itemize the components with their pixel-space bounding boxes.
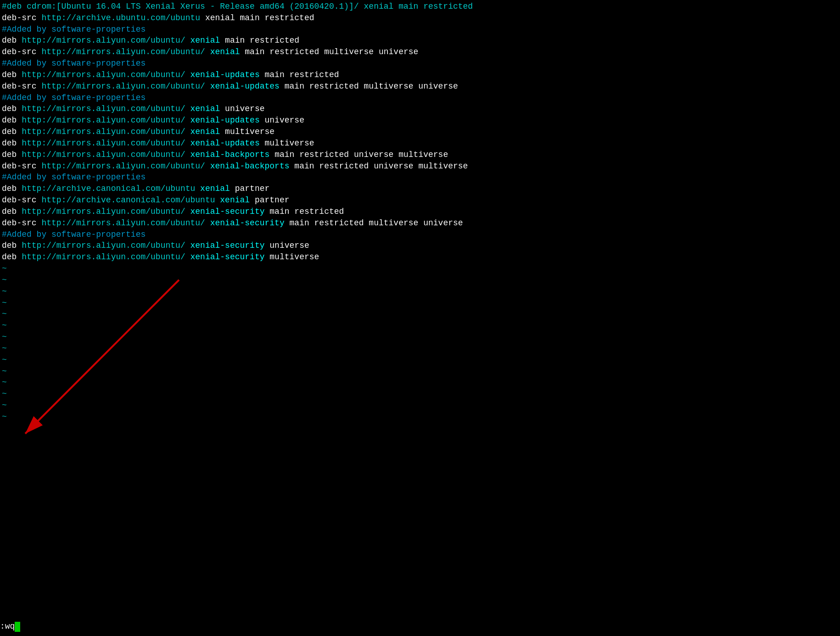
tilde-11: ~ — [2, 377, 838, 388]
line6-comment: #Added by software-properties — [2, 59, 146, 68]
terminal-line-12: deb http://mirrors.aliyun.com/ubuntu/ xe… — [2, 126, 838, 138]
line22-url: http://mirrors.aliyun.com/ubuntu/ — [22, 241, 185, 250]
line12-url: http://mirrors.aliyun.com/ubuntu/ — [22, 127, 185, 136]
line4-deb: deb — [2, 36, 22, 45]
line7-url: http://mirrors.aliyun.com/ubuntu/ — [22, 70, 185, 79]
line22-dist: xenial-security — [185, 241, 265, 250]
line15-url: http://mirrors.aliyun.com/ubuntu/ — [41, 162, 205, 171]
terminal-line-1: #deb cdrom:[Ubuntu 16.04 LTS Xenial Xeru… — [2, 1, 838, 12]
line13-rest: multiverse — [260, 139, 314, 148]
line14-dist: xenial-backports — [185, 150, 270, 159]
line4-dist: xenial — [185, 36, 220, 45]
tilde-14: ~ — [2, 411, 838, 423]
line21-comment: #Added by software-properties — [2, 230, 146, 239]
line5-rest: main restricted multiverse universe — [240, 47, 419, 56]
terminal-line-6: #Added by software-properties — [2, 58, 838, 69]
terminal-line-4: deb http://mirrors.aliyun.com/ubuntu/ xe… — [2, 35, 838, 46]
terminal-line-15: deb-src http://mirrors.aliyun.com/ubuntu… — [2, 161, 838, 172]
tilde-12: ~ — [2, 388, 838, 400]
line23-rest: multiverse — [265, 252, 319, 262]
line15-dist: xenial-backports — [205, 162, 290, 171]
line1-text: #deb cdrom:[Ubuntu 16.04 LTS Xenial Xeru… — [2, 2, 473, 11]
tilde-3: ~ — [2, 286, 838, 297]
tilde-13: ~ — [2, 400, 838, 411]
line10-rest: universe — [220, 104, 264, 113]
vim-cursor — [15, 622, 20, 632]
terminal-line-22: deb http://mirrors.aliyun.com/ubuntu/ xe… — [2, 240, 838, 251]
line11-rest: universe — [260, 116, 304, 125]
terminal-line-14: deb http://mirrors.aliyun.com/ubuntu/ xe… — [2, 149, 838, 161]
line18-debsrc: deb-src — [2, 195, 41, 205]
vim-command-line: :wq — [0, 621, 20, 632]
line18-url: http://archive.canonical.com/ubuntu — [41, 195, 215, 205]
line19-deb: deb — [2, 207, 22, 216]
vim-command-text: :wq — [0, 621, 15, 632]
tilde-6: ~ — [2, 320, 838, 331]
terminal-line-3: #Added by software-properties — [2, 24, 838, 35]
terminal-line-11: deb http://mirrors.aliyun.com/ubuntu/ xe… — [2, 115, 838, 126]
terminal-line-16: #Added by software-properties — [2, 172, 838, 183]
line23-deb: deb — [2, 252, 22, 262]
line11-deb: deb — [2, 116, 22, 125]
line8-url: http://mirrors.aliyun.com/ubuntu/ — [41, 82, 205, 91]
tilde-5: ~ — [2, 308, 838, 320]
terminal-line-17: deb http://archive.canonical.com/ubuntu … — [2, 183, 838, 195]
line3-comment: #Added by software-properties — [2, 25, 146, 34]
line8-dist: xenial-updates — [205, 82, 280, 91]
terminal-line-7: deb http://mirrors.aliyun.com/ubuntu/ xe… — [2, 69, 838, 81]
line15-rest: main restricted universe multiverse — [290, 162, 468, 171]
line2-url: http://archive.ubuntu.com/ubuntu — [41, 13, 200, 22]
line12-dist: xenial — [185, 127, 220, 136]
terminal-line-18: deb-src http://archive.canonical.com/ubu… — [2, 195, 838, 206]
line2-rest: xenial main restricted — [200, 13, 314, 22]
line13-url: http://mirrors.aliyun.com/ubuntu/ — [22, 139, 185, 148]
line12-deb: deb — [2, 127, 22, 136]
line13-dist: xenial-updates — [185, 139, 260, 148]
line7-deb: deb — [2, 70, 22, 79]
line19-url: http://mirrors.aliyun.com/ubuntu/ — [22, 207, 185, 216]
line23-dist: xenial-security — [185, 252, 265, 262]
line11-dist: xenial-updates — [185, 116, 260, 125]
line22-rest: universe — [265, 241, 309, 250]
terminal-line-23: deb http://mirrors.aliyun.com/ubuntu/ xe… — [2, 251, 838, 263]
tilde-4: ~ — [2, 297, 838, 309]
terminal-line-2: deb-src http://archive.ubuntu.com/ubuntu… — [2, 12, 838, 24]
line20-url: http://mirrors.aliyun.com/ubuntu/ — [41, 218, 205, 228]
line20-rest: main restricted multiverse universe — [285, 218, 463, 228]
terminal-line-13: deb http://mirrors.aliyun.com/ubuntu/ xe… — [2, 138, 838, 149]
line19-rest: main restricted — [265, 207, 344, 216]
terminal-line-5: deb-src http://mirrors.aliyun.com/ubuntu… — [2, 46, 838, 58]
line15-debsrc: deb-src — [2, 162, 41, 171]
tilde-7: ~ — [2, 331, 838, 343]
line11-url: http://mirrors.aliyun.com/ubuntu/ — [22, 116, 185, 125]
terminal-line-20: deb-src http://mirrors.aliyun.com/ubuntu… — [2, 218, 838, 229]
line12-rest: multiverse — [220, 127, 274, 136]
line8-debsrc: deb-src — [2, 82, 41, 91]
terminal-line-8: deb-src http://mirrors.aliyun.com/ubuntu… — [2, 81, 838, 92]
line14-rest: main restricted universe multiverse — [269, 150, 448, 159]
tilde-2: ~ — [2, 274, 838, 286]
line9-comment: #Added by software-properties — [2, 93, 146, 102]
line2-debsrc: deb-src — [2, 13, 41, 22]
line4-rest: main restricted — [220, 36, 299, 45]
line23-url: http://mirrors.aliyun.com/ubuntu/ — [22, 252, 185, 262]
tilde-8: ~ — [2, 343, 838, 354]
line22-deb: deb — [2, 241, 22, 250]
line18-dist: xenial — [215, 195, 250, 205]
line16-comment: #Added by software-properties — [2, 173, 146, 182]
tilde-10: ~ — [2, 366, 838, 377]
terminal-line-19: deb http://mirrors.aliyun.com/ubuntu/ xe… — [2, 206, 838, 218]
line5-url: http://mirrors.aliyun.com/ubuntu/ — [41, 47, 205, 56]
line18-rest: partner — [250, 195, 289, 205]
line10-deb: deb — [2, 104, 22, 113]
terminal-line-21: #Added by software-properties — [2, 229, 838, 240]
line20-dist: xenial-security — [205, 218, 285, 228]
line14-deb: deb — [2, 150, 22, 159]
line19-dist: xenial-security — [185, 207, 265, 216]
terminal-line-9: #Added by software-properties — [2, 92, 838, 104]
line10-url: http://mirrors.aliyun.com/ubuntu/ — [22, 104, 185, 113]
line17-deb: deb — [2, 184, 22, 193]
line20-debsrc: deb-src — [2, 218, 41, 228]
tilde-1: ~ — [2, 263, 838, 274]
line5-dist: xenial — [205, 47, 240, 56]
